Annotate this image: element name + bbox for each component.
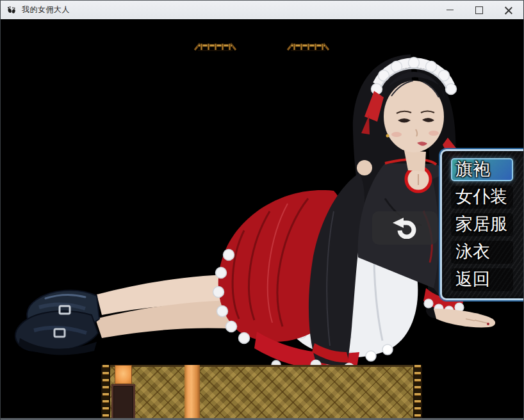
- lamp-tile: [115, 365, 132, 384]
- menu-item-maid[interactable]: 女仆装: [451, 186, 513, 209]
- door-tile: [111, 384, 135, 420]
- close-button[interactable]: [494, 1, 523, 19]
- minimize-button[interactable]: [435, 1, 464, 19]
- window-controls: [435, 1, 523, 19]
- game-viewport: 旗袍 女仆装 家居服 泳衣 返回: [0, 19, 524, 420]
- back-button[interactable]: [372, 211, 438, 245]
- ladder-tile-right: [413, 365, 422, 420]
- ladder-tile-left: [101, 365, 110, 420]
- app-window: 我的女佣大人: [0, 0, 524, 420]
- titlebar: 我的女佣大人: [0, 0, 524, 19]
- menu-item-swimsuit[interactable]: 泳衣: [451, 241, 513, 264]
- minimize-icon: [446, 10, 454, 10]
- map-floor-strip: [101, 365, 422, 420]
- menu-item-homewear[interactable]: 家居服: [451, 213, 513, 236]
- pillar-tile: [184, 365, 200, 420]
- choice-menu: 旗袍 女仆装 家居服 泳衣 返回: [440, 149, 524, 300]
- menu-item-return[interactable]: 返回: [451, 268, 513, 291]
- undo-arrow-icon: [389, 217, 420, 239]
- app-footprints-icon: [6, 5, 17, 15]
- close-icon: [505, 6, 512, 14]
- maximize-icon: [475, 6, 483, 14]
- menu-item-qipao[interactable]: 旗袍: [451, 158, 513, 181]
- window-title: 我的女佣大人: [22, 4, 70, 15]
- maximize-button[interactable]: [464, 1, 494, 19]
